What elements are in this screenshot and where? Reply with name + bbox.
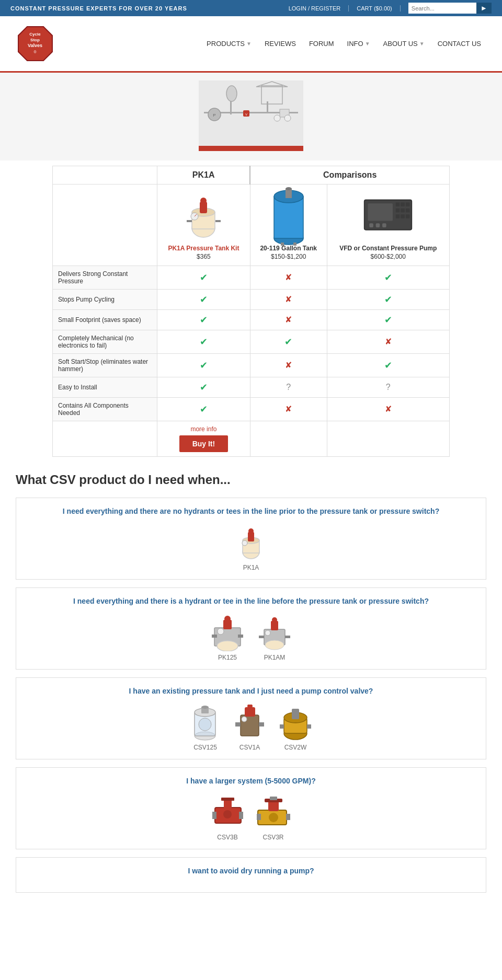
svg-rect-43 [406,208,410,212]
nav-forum[interactable]: FORUM [304,37,339,50]
svg-point-93 [223,810,232,818]
feature-label-4: Soft Start/Stop (eliminates water hammer… [53,353,157,377]
main-nav: PRODUCTS ▼ REVIEWS FORUM INFO ▼ ABOUT US… [201,37,486,50]
pk1a-product-name: PK1A Pressure Tank Kit [163,245,245,253]
feature-value-0-2: ✔ [327,266,450,289]
product-vfd[interactable]: VFD or Constant Pressure Pump $600-$2,00… [327,185,450,266]
feature-row-4: Soft Start/Stop (eliminates water hammer… [53,353,450,377]
csv-product-pk1am[interactable]: PK1AM [256,615,293,661]
pk125-svg [209,615,246,651]
svg-rect-37 [368,203,393,221]
product-pk1a[interactable]: PK1A Pressure Tank Kit $365 [157,185,250,266]
feature-value-4-1: ✘ [250,353,327,377]
cross-icon: ✘ [385,405,392,413]
csv-products-2: PK125 PK1AM [24,615,478,661]
svg-point-24 [200,198,207,204]
svg-point-100 [269,813,278,822]
svg-rect-48 [376,223,380,227]
top-bar: CONSTANT PRESSURE EXPERTS FOR OVER 20 YE… [0,0,502,16]
csv-product-csv2w[interactable]: CSV2W [277,705,314,751]
chevron-down-icon: ▼ [419,41,425,47]
svg-rect-45 [401,214,405,218]
action-cell: more info Buy It! [157,421,250,456]
search-button[interactable]: ► [476,3,492,14]
vfd-image [362,190,414,242]
feature-label-3: Completely Mechanical (no electronics to… [53,330,157,353]
feature-value-6-2: ✘ [327,397,450,421]
feature-row-1: Stops Pump Cycling✔✘✔ [53,289,450,309]
nav-contact[interactable]: CONTACT US [432,37,486,50]
check-icon: ✔ [200,315,208,325]
csv-product-pk125[interactable]: PK125 [209,615,246,661]
svg-point-58 [224,616,231,622]
check-icon: ✔ [384,294,392,305]
comparison-table: PK1A Comparisons [52,166,450,457]
csv-question-1: I need everything and there are no hydra… [16,498,486,580]
feature-row-5: Easy to Install✔?? [53,377,450,397]
nav-info[interactable]: INFO ▼ [342,37,375,50]
svg-rect-92 [221,798,234,801]
action-spacer [53,421,157,456]
feature-value-1-2: ✔ [327,289,450,309]
cart-label[interactable]: CART ($0.00) [357,5,392,11]
csv-product-csv3r[interactable]: CSV3R [255,794,292,841]
svg-point-55 [242,540,247,546]
product-tank[interactable]: 20-119 Gallon Tank $150-$1,200 [250,185,327,266]
feature-row-6: Contains All Components Needed✔✘✘ [53,397,450,421]
cart-link[interactable]: CART ($0.00) [348,5,400,11]
csv-product-csv2w-label: CSV2W [284,744,307,751]
nav-products[interactable]: PRODUCTS ▼ [201,37,257,50]
logo[interactable]: Cycle Stop Valves ® [16,24,55,63]
svg-rect-49 [382,223,386,227]
buy-button[interactable]: Buy It! [179,435,229,452]
feature-value-4-0: ✔ [157,353,250,377]
feature-row-3: Completely Mechanical (no electronics to… [53,330,450,353]
banner-diagram: P V [199,80,303,151]
more-info-link[interactable]: more info [163,425,245,433]
login-link[interactable]: LOGIN / REGISTER [289,5,341,11]
svg-rect-8 [267,101,268,113]
csv-question-4-text: I have a larger system (5-5000 GPM)? [24,776,478,787]
search-input[interactable] [408,3,476,14]
svg-point-65 [272,617,277,622]
what-csv-section: What CSV product do I need when... I nee… [0,462,502,911]
csv3r-svg [255,794,292,831]
csv-product-csv125[interactable]: CSV125 [188,705,222,751]
cross-icon: ✘ [285,273,292,282]
svg-rect-89 [212,812,216,819]
vfd-product-svg [362,197,414,236]
feature-value-3-1: ✔ [250,330,327,353]
svg-rect-66 [259,636,264,638]
csv-question-2: I need everything and there is a hydrant… [16,587,486,670]
cross-icon: ✘ [285,295,292,304]
csv-question-3-text: I have an existing pressure tank and I j… [24,686,478,697]
svg-rect-47 [370,223,374,227]
cross-icon: ✘ [285,405,292,413]
svg-rect-85 [280,724,284,729]
check-icon: ✔ [384,360,392,371]
nav-reviews[interactable]: REVIEWS [259,37,301,50]
csv-product-pk125-label: PK125 [218,654,237,661]
action-spacer3 [327,421,450,456]
nav-about[interactable]: ABOUT US ▼ [378,37,430,50]
cross-icon: ✘ [385,337,392,346]
csv-product-pk1a[interactable]: PK1A [233,525,269,571]
check-icon: ✔ [384,272,392,283]
svg-text:P: P [213,113,215,118]
check-icon: ✔ [384,315,392,325]
svg-text:Stop: Stop [30,38,40,42]
svg-point-74 [201,706,209,709]
csv-product-csv3b[interactable]: CSV3B [211,794,245,841]
svg-rect-99 [270,797,277,800]
svg-rect-90 [239,812,243,819]
svg-rect-67 [285,636,290,638]
svg-rect-28 [215,220,221,222]
feature-col-spacer [53,185,157,266]
csv-product-csv1a[interactable]: CSV1A [233,705,267,751]
svg-rect-95 [257,814,261,820]
slogan: CONSTANT PRESSURE EXPERTS FOR OVER 20 YE… [10,5,187,11]
what-csv-heading: What CSV product do I need when... [16,472,486,487]
pk1am-svg [256,615,293,651]
svg-text:Valves: Valves [28,43,42,48]
svg-text:V: V [245,113,247,116]
